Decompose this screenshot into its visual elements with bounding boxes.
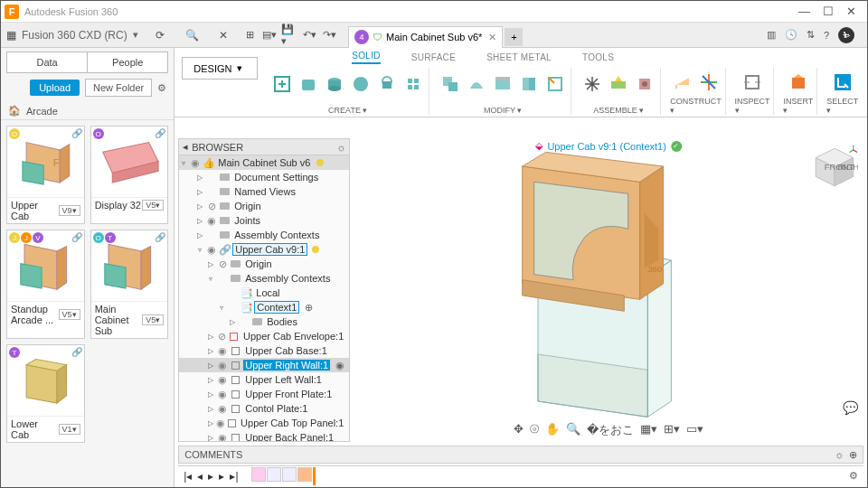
- upload-button[interactable]: Upload: [30, 80, 80, 96]
- refresh-icon[interactable]: ⟳: [153, 29, 167, 42]
- orbit-icon[interactable]: ✥: [514, 422, 524, 438]
- tree-expand-icon[interactable]: ▷: [206, 260, 215, 268]
- tree-node[interactable]: Upper Back Panel:1: [243, 432, 335, 441]
- home-icon[interactable]: 🏠: [8, 105, 21, 117]
- tree-expand-icon[interactable]: ▷: [206, 419, 214, 427]
- panel-close-icon[interactable]: ✕: [216, 29, 231, 42]
- ribbon-tool[interactable]: [831, 69, 854, 96]
- asset-card[interactable]: OT🔗Main Cabinet SubV5▾: [90, 230, 169, 339]
- ribbon-tool[interactable]: [465, 70, 488, 98]
- viewport[interactable]: ⬙ Upper Cab v9:1 (Context1) ✓ FRONT RIGH…: [354, 138, 863, 442]
- grid-icon[interactable]: ⊞▾: [664, 422, 680, 438]
- visibility-icon[interactable]: ◉: [217, 374, 228, 386]
- new-folder-button[interactable]: New Folder: [85, 79, 152, 97]
- timeline-feature[interactable]: [251, 467, 266, 482]
- save-icon[interactable]: 💾▾: [281, 27, 297, 43]
- asset-version[interactable]: V5▾: [142, 314, 164, 325]
- tree-node[interactable]: Context1: [254, 301, 299, 314]
- tree-node[interactable]: Origin: [243, 258, 273, 269]
- tree-node[interactable]: Upper Cab Envelope:1: [241, 331, 345, 342]
- tree-expand-icon[interactable]: ▿: [206, 275, 215, 283]
- ribbon-group-label[interactable]: CREATE ▾: [328, 106, 367, 115]
- ribbon-group-label[interactable]: SELECT ▾: [826, 97, 858, 115]
- tab-people[interactable]: People: [88, 52, 168, 73]
- ribbon-tool[interactable]: [297, 70, 320, 98]
- new-tab-button[interactable]: +: [505, 28, 523, 46]
- chat-icon[interactable]: 💬: [843, 400, 858, 415]
- ribbon-tool[interactable]: [270, 70, 294, 98]
- close-button[interactable]: ✕: [846, 5, 856, 18]
- user-avatar[interactable]: ⛷: [838, 27, 854, 43]
- asset-card[interactable]: T🔗Lower CabV1▾: [6, 344, 85, 443]
- asset-card[interactable]: O🔗Display 32V5▾: [90, 126, 169, 224]
- ribbon-group-label[interactable]: INSPECT ▾: [735, 97, 770, 115]
- help-icon[interactable]: ?: [824, 30, 829, 41]
- job-status-icon[interactable]: ⇅: [807, 29, 815, 41]
- ribbon-group-label[interactable]: INSERT ▾: [783, 97, 813, 115]
- timeline-feature[interactable]: [297, 467, 312, 482]
- ribbon-group-label[interactable]: MODIFY ▾: [484, 106, 522, 115]
- timeline-start-icon[interactable]: |◂: [184, 470, 192, 483]
- asset-card[interactable]: JJV🔗Standup Arcade ...V5▾: [6, 230, 85, 339]
- breadcrumb[interactable]: 🏠 Arcade: [1, 102, 174, 120]
- tree-expand-icon[interactable]: ▷: [228, 318, 237, 326]
- visibility-icon[interactable]: ◉: [216, 418, 225, 429]
- viewcube[interactable]: FRONT RIGHT: [811, 144, 858, 191]
- tree-expand-icon[interactable]: ▷: [195, 231, 204, 239]
- visibility-icon[interactable]: ⊘: [206, 201, 217, 212]
- tree-node[interactable]: Named Views: [232, 186, 297, 197]
- extensions-icon[interactable]: ▥: [767, 29, 776, 41]
- notifications-icon[interactable]: 🕓: [785, 29, 797, 41]
- tree-node[interactable]: Upper Right Wall:1: [243, 360, 330, 371]
- data-panel-toggle-icon[interactable]: ▦: [6, 29, 16, 42]
- tree-expand-icon[interactable]: ▷: [195, 217, 204, 225]
- asset-version[interactable]: V5▾: [142, 200, 164, 211]
- ribbon-tool[interactable]: [580, 70, 604, 98]
- ribbon-tool[interactable]: [323, 70, 346, 98]
- project-caret-icon[interactable]: ▾: [133, 29, 138, 41]
- ribbon-group-label[interactable]: CONSTRUCT ▾: [670, 97, 721, 115]
- tab-close-icon[interactable]: ✕: [488, 32, 496, 43]
- timeline-settings-icon[interactable]: ⚙: [849, 470, 858, 482]
- tree-node[interactable]: Joints: [232, 215, 262, 226]
- ribbon-tool[interactable]: [349, 70, 373, 98]
- browser-collapse-icon[interactable]: ◂: [183, 141, 188, 153]
- tree-expand-icon[interactable]: ▷: [206, 333, 214, 341]
- pan-icon[interactable]: ✋: [545, 422, 560, 438]
- ribbon-tool[interactable]: [671, 69, 694, 96]
- tab-data[interactable]: Data: [6, 52, 88, 73]
- tree-node[interactable]: Upper Left Wall:1: [243, 374, 324, 385]
- tree-node[interactable]: Upper Front Plate:1: [243, 389, 334, 399]
- tree-node[interactable]: Upper Cab v9:1: [232, 243, 307, 256]
- visibility-icon[interactable]: ◉: [217, 403, 228, 415]
- timeline-feature[interactable]: [282, 467, 297, 482]
- ribbon-tool[interactable]: [439, 70, 462, 98]
- tree-expand-icon[interactable]: ▷: [206, 376, 215, 384]
- zoom-icon[interactable]: 🔍: [566, 422, 580, 438]
- tree-node[interactable]: Document Settings: [232, 172, 320, 183]
- visibility-icon[interactable]: ⊘: [217, 258, 228, 270]
- undo-icon[interactable]: ↶▾: [301, 27, 317, 43]
- comments-options-icon[interactable]: ☼: [835, 449, 844, 460]
- tree-root[interactable]: Main Cabinet Sub v6: [216, 157, 312, 168]
- ribbon-tool[interactable]: [401, 70, 425, 98]
- ribbon-group-label[interactable]: ASSEMBLE ▾: [593, 106, 644, 115]
- minimize-button[interactable]: —: [798, 5, 810, 18]
- tree-node[interactable]: Origin: [232, 201, 262, 211]
- ribbon-tab[interactable]: TOOLS: [582, 52, 614, 62]
- timeline-marker[interactable]: [313, 467, 316, 485]
- data-settings-icon[interactable]: ⚙: [157, 82, 166, 94]
- visibility-icon[interactable]: ◉: [217, 345, 228, 357]
- timeline-back-icon[interactable]: ◂: [197, 470, 203, 483]
- ribbon-tool[interactable]: [491, 70, 514, 98]
- file-menu-icon[interactable]: ▤▾: [261, 27, 278, 43]
- asset-version[interactable]: V9▾: [59, 205, 80, 216]
- tree-expand-icon[interactable]: ▷: [206, 434, 215, 442]
- timeline-fwd-icon[interactable]: ▸: [219, 470, 224, 483]
- maximize-button[interactable]: ☐: [823, 5, 834, 18]
- tree-node[interactable]: Assembly Contexts: [243, 273, 332, 284]
- ribbon-tool[interactable]: [697, 69, 721, 96]
- tree-expand-icon[interactable]: ▷: [195, 188, 204, 196]
- ribbon-tool[interactable]: [607, 70, 630, 98]
- tree-node[interactable]: Upper Cab Base:1: [243, 345, 329, 356]
